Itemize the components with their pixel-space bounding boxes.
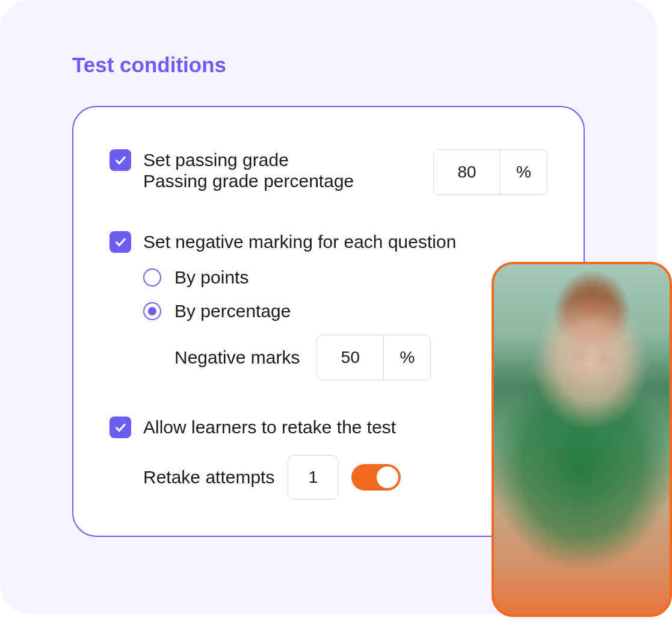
radio-by-percentage[interactable]: By percentage — [143, 301, 547, 321]
negative-marks-input[interactable]: 50 % — [316, 335, 431, 380]
radio-circle-icon — [143, 268, 161, 287]
decorative-photo — [492, 262, 672, 617]
retake-attempts-label: Retake attempts — [143, 467, 274, 488]
negative-marking-label: Set negative marking for each question — [143, 232, 456, 252]
negative-marks-label: Negative marks — [174, 347, 300, 368]
negative-marks-value[interactable]: 50 — [317, 335, 383, 380]
negative-marking-radio-group: By points By percentage Negative marks 5… — [143, 267, 547, 380]
passing-grade-input[interactable]: 80 % — [433, 149, 547, 195]
radio-circle-selected-icon — [143, 302, 161, 320]
retake-label: Allow learners to retake the test — [143, 417, 396, 438]
negative-marking-checkbox[interactable] — [109, 231, 131, 253]
passing-grade-setting: Set passing grade Passing grade percenta… — [109, 149, 547, 195]
radio-by-points[interactable]: By points — [143, 267, 547, 288]
radio-by-points-label: By points — [174, 267, 248, 288]
passing-grade-label: Set passing grade — [143, 150, 289, 170]
passing-grade-value[interactable]: 80 — [434, 150, 500, 194]
radio-by-percentage-label: By percentage — [174, 301, 291, 321]
passing-grade-sublabel: Passing grade percentage — [143, 171, 433, 191]
retake-checkbox[interactable] — [109, 417, 131, 438]
retake-attempts-input[interactable]: 1 — [288, 455, 338, 500]
toggle-knob-icon — [377, 466, 398, 488]
retake-toggle[interactable] — [351, 464, 401, 491]
negative-marks-unit: % — [383, 335, 430, 380]
retake-attempts-value: 1 — [309, 468, 318, 487]
photo-overlay — [494, 264, 670, 615]
negative-marking-setting: Set negative marking for each question B… — [109, 231, 547, 380]
check-icon — [114, 421, 127, 434]
check-icon — [114, 153, 127, 167]
section-title: Test conditions — [72, 53, 585, 77]
check-icon — [114, 235, 127, 249]
passing-grade-unit: % — [500, 150, 547, 194]
passing-grade-checkbox[interactable] — [109, 149, 131, 171]
retake-attempts-row: Retake attempts 1 — [143, 455, 547, 500]
retake-setting: Allow learners to retake the test Retake… — [109, 417, 547, 500]
